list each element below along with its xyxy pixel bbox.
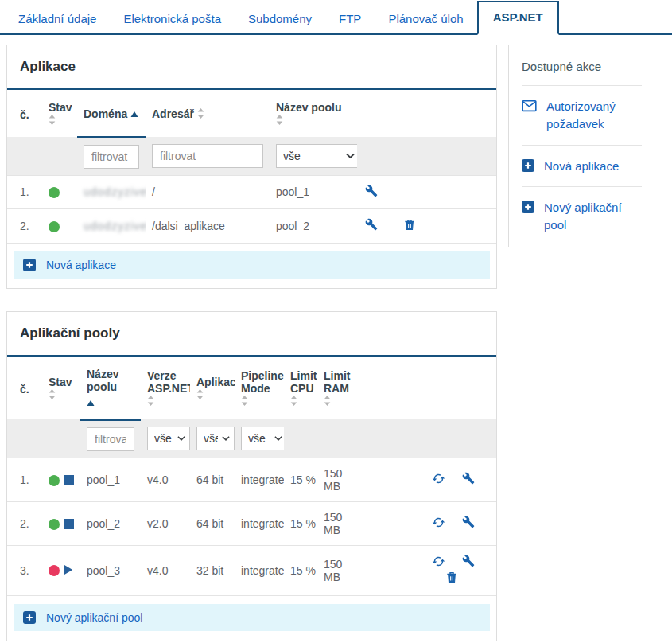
tab-subdomeny[interactable]: Subdomény [235,4,325,33]
tab-aspnet[interactable]: ASP.NET [477,1,559,35]
status-running-icon [49,519,60,530]
column-header-domena[interactable]: Doména [77,90,146,137]
application-cell: 32 bit [190,545,235,595]
sort-idle-icon [290,396,297,408]
column-header-limit-cpu[interactable]: Limit CPU [284,357,317,420]
column-header-actions [357,90,496,137]
pool-name-cell: pool_3 [80,545,141,595]
row-number: 3. [7,545,42,595]
stop-icon[interactable] [64,519,74,529]
edit-button[interactable] [462,555,475,570]
version-cell: v4.0 [141,545,190,595]
row-number: 2. [7,208,42,243]
tab-ftp[interactable]: FTP [325,4,375,33]
pipeline-filter-select[interactable]: vše [241,427,284,450]
sort-idle-icon [197,108,204,121]
application-cell: 64 bit [190,458,235,501]
recycle-button[interactable] [432,472,445,488]
delete-button[interactable] [445,571,458,586]
directory-cell: / [146,175,270,208]
column-header-nazev-poolu[interactable]: Název poolu [270,90,357,137]
pool-name-cell: pool_1 [270,175,357,208]
sort-idle-icon [276,115,283,127]
pool-row: 2. pool_2 v2.0 64 bit integrated 15 % 15… [7,501,496,545]
pool-row: 1. pool_1 v4.0 64 bit integrated 15 % 15… [7,458,496,501]
stop-icon[interactable] [64,475,74,485]
status-running-icon [49,221,60,232]
sort-idle-icon [324,396,331,408]
tab-planovac-uloh[interactable]: Plánovač úloh [375,4,476,33]
applications-filter-row: vše [7,137,496,175]
column-header-pipeline[interactable]: Pipeline Mode [235,357,284,420]
ram-limit-cell: 150 MB [317,458,354,501]
status-running-icon [49,187,60,198]
directory-cell: /dalsi_aplikace [146,208,270,243]
pool-filter-select[interactable]: vše [276,144,357,168]
domain-redacted: udodzyzivebe [84,220,146,232]
column-header-num: č. [7,90,42,137]
version-filter-select[interactable]: vše [147,427,190,450]
new-pool-link[interactable]: Nový aplikační pool [522,186,642,247]
application-row: 2. udodzyzivebe /dalsi_aplikace pool_2 [7,208,496,243]
sort-idle-icon [49,389,56,402]
edit-button[interactable] [365,185,378,200]
applications-panel-title: Aplikace [7,45,496,88]
version-cell: v2.0 [141,501,190,545]
available-actions-panel: Dostupné akce Autorizovaný požadavek Nov… [508,45,655,247]
applications-panel: Aplikace č. Stav Doména Adresář Název p [6,45,497,289]
page: Základní údaje Elektronická pošta Subdom… [0,0,672,643]
edit-button[interactable] [462,472,475,487]
column-header-adresar[interactable]: Adresář [146,90,270,137]
pipeline-cell: integrated [235,458,284,501]
edit-button[interactable] [462,516,475,531]
pipeline-cell: integrated [235,545,284,595]
new-pool-row-button[interactable]: Nový aplikační pool [14,604,490,631]
row-number: 1. [7,458,42,501]
available-actions-title: Dostupné akce [522,55,642,85]
delete-button[interactable] [403,218,416,234]
sort-asc-icon [130,107,138,120]
column-header-stav[interactable]: Stav [42,357,80,420]
edit-button[interactable] [365,218,378,233]
new-pool-label: Nový aplikační pool [544,199,642,234]
tab-bar: Základní údaje Elektronická pošta Subdom… [0,0,672,35]
authorized-request-link[interactable]: Autorizovaný požadavek [522,85,642,145]
sort-idle-icon [241,396,248,408]
tab-elektronicka-posta[interactable]: Elektronická pošta [110,4,235,33]
new-application-label: Nová aplikace [544,158,619,175]
application-filter-select[interactable]: vše [196,427,235,450]
pools-panel: Aplikační pooly č. Stav Název poolu Verz… [6,311,497,641]
start-icon[interactable] [64,564,73,578]
cpu-limit-cell: 15 % [284,545,317,595]
row-number: 2. [7,501,42,545]
plus-square-icon [522,159,534,172]
sort-idle-icon [196,389,204,402]
plus-square-icon [23,259,36,271]
sort-idle-icon [49,115,56,127]
version-cell: v4.0 [141,458,190,501]
new-application-row-button[interactable]: Nová aplikace [14,251,490,279]
plus-square-icon [522,201,534,213]
new-application-link[interactable]: Nová aplikace [522,145,642,187]
column-header-verze[interactable]: Verze ASP.NET [141,357,190,420]
pool-name-cell: pool_1 [80,458,141,501]
pool-name-filter-input[interactable] [87,427,134,451]
directory-filter-input[interactable] [152,144,263,168]
row-number: 1. [7,175,42,208]
pool-name-cell: pool_2 [80,501,141,545]
tab-zakladni-udaje[interactable]: Základní údaje [5,4,110,33]
pipeline-cell: integrated [235,501,284,545]
pools-header-row: č. Stav Název poolu Verze ASP.NET Aplika… [7,357,496,420]
new-pool-label: Nový aplikační pool [46,611,142,624]
pools-filter-row: vše vše vše [7,419,496,458]
pools-panel-title: Aplikační pooly [7,312,496,355]
column-header-nazev-poolu[interactable]: Název poolu [80,357,141,420]
new-application-label: Nová aplikace [46,259,116,271]
column-header-stav[interactable]: Stav [42,90,77,137]
plus-square-icon [23,611,36,624]
column-header-aplikace[interactable]: Aplikace [190,357,235,420]
recycle-button[interactable] [432,555,445,571]
column-header-limit-ram[interactable]: Limit RAM [317,357,354,420]
recycle-button[interactable] [432,516,445,532]
domain-filter-input[interactable] [84,145,139,169]
